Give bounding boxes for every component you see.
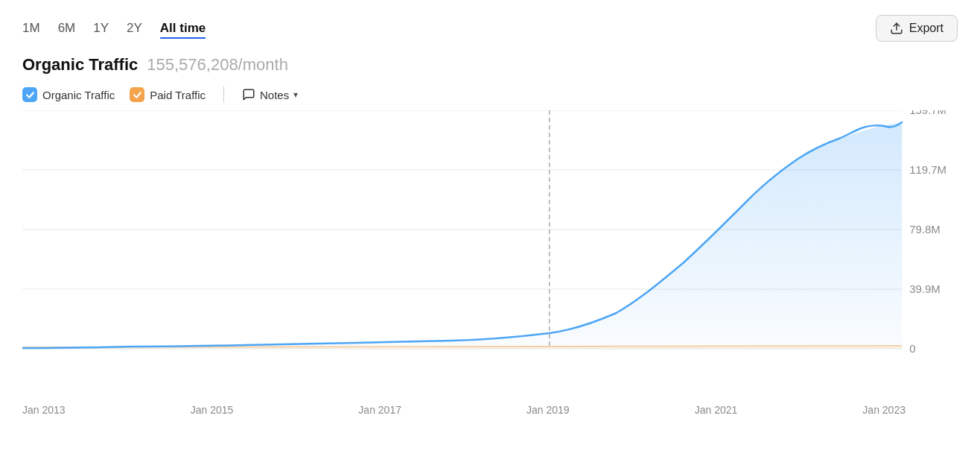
metric-header: Organic Traffic 155,576,208/month [22,55,958,75]
svg-text:39.9M: 39.9M [909,282,941,295]
export-label: Export [909,22,944,35]
notes-label: Notes [260,89,289,101]
legend-bar: Organic Traffic Paid Traffic Notes ▾ [22,86,958,103]
chart-container: 159.7M 119.7M 79.8M 39.9M 0 [22,110,958,401]
notes-chevron-icon: ▾ [293,89,298,100]
time-btn-1y[interactable]: 1Y [93,18,109,39]
time-btn-2y[interactable]: 2Y [127,18,142,39]
time-range-options: 1M 6M 1Y 2Y All time [22,18,206,39]
x-label-2013: Jan 2013 [22,404,66,416]
organic-traffic-checkbox[interactable] [22,87,37,102]
svg-text:159.7M: 159.7M [909,110,946,116]
svg-text:119.7M: 119.7M [909,163,946,176]
time-btn-1m[interactable]: 1M [22,18,40,39]
legend-divider [223,86,224,103]
metric-title-row: Organic Traffic 155,576,208/month [22,55,958,75]
chart-svg: 159.7M 119.7M 79.8M 39.9M 0 [22,110,958,401]
x-label-2019: Jan 2019 [526,404,570,416]
paid-traffic-checkbox[interactable] [130,87,144,102]
notes-button[interactable]: Notes ▾ [242,88,298,101]
x-label-2015: Jan 2015 [191,404,234,416]
svg-text:0: 0 [909,342,915,355]
notes-icon [242,88,255,101]
check-icon-organic [25,90,35,100]
export-button[interactable]: Export [876,15,958,42]
organic-traffic-label: Organic Traffic [42,89,115,101]
time-btn-all[interactable]: All time [160,18,206,39]
metric-value: 155,576,208/month [147,55,288,75]
x-axis-labels: Jan 2013 Jan 2015 Jan 2017 Jan 2019 Jan … [22,401,906,416]
time-btn-6m[interactable]: 6M [58,18,76,39]
x-label-2017: Jan 2017 [358,404,401,416]
legend-paid-traffic[interactable]: Paid Traffic [130,87,206,102]
legend-organic-traffic[interactable]: Organic Traffic [22,87,115,102]
time-range-bar: 1M 6M 1Y 2Y All time Export [22,15,958,42]
metric-label: Organic Traffic [22,55,138,75]
svg-text:79.8M: 79.8M [909,223,941,236]
export-icon [890,22,903,35]
x-label-2021: Jan 2021 [695,404,738,416]
paid-traffic-label: Paid Traffic [150,89,206,101]
x-label-2023: Jan 2023 [862,404,906,416]
check-icon-paid [133,90,142,100]
